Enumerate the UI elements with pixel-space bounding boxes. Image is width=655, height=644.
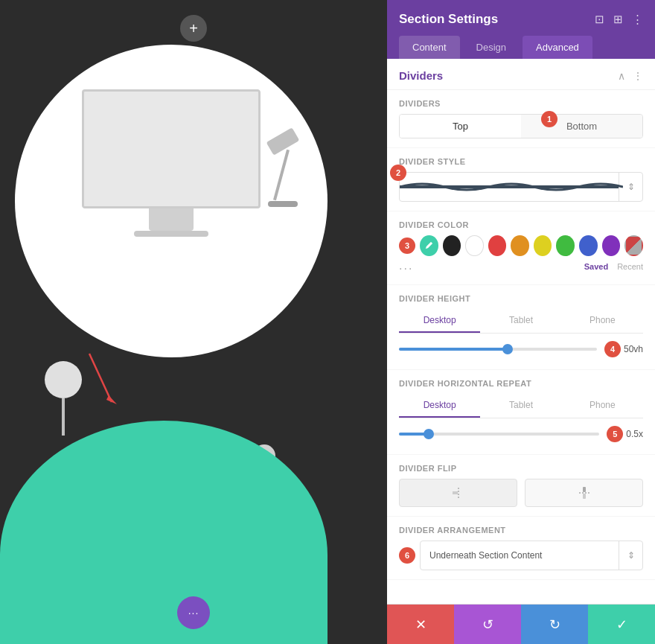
annotation-arrow-svg (82, 346, 127, 413)
svg-rect-5 (583, 487, 586, 492)
divider-style-field: Divider Style 2 ⇕ (387, 148, 655, 211)
divider-style-preview (400, 173, 619, 201)
color-white[interactable] (465, 235, 483, 256)
height-tablet-tab[interactable]: Tablet (480, 309, 561, 333)
divider-style-wrapper: 2 ⇕ (399, 172, 643, 202)
settings-panel: Section Settings ⊡ ⊞ ⋮ Content Design Ad… (387, 0, 655, 644)
section-more-icon[interactable]: ⋮ (633, 70, 643, 82)
color-footer: ··· Saved Recent (399, 262, 643, 275)
color-orange[interactable] (511, 235, 529, 256)
wave-preview-svg (400, 181, 623, 193)
arrangement-select[interactable]: Underneath Section Content ⇕ (420, 541, 643, 570)
repeat-slider-row: 5 0.5x (399, 418, 643, 445)
repeat-desktop-tab[interactable]: Desktop (399, 394, 480, 418)
canvas-area: + ··· (0, 0, 387, 644)
dividers-toggle-row: Top Bottom 1 (399, 114, 643, 138)
flip-vertical-button[interactable] (525, 479, 643, 507)
section-header-icons: ∧ ⋮ (618, 70, 643, 82)
dividers-top-button[interactable]: Top (400, 115, 521, 138)
more-options-icon[interactable]: ⋮ (632, 13, 643, 26)
color-picker-button[interactable] (420, 235, 438, 256)
color-tab-recent[interactable]: Recent (617, 262, 643, 275)
height-desktop-tab[interactable]: Desktop (399, 309, 480, 333)
panel-title-icons: ⊡ ⊞ ⋮ (595, 13, 643, 26)
bottom-menu-button[interactable]: ··· (177, 596, 210, 629)
svg-marker-1 (106, 395, 117, 404)
divider-arrangement-field: Divider Arrangement 6 Underneath Section… (387, 517, 655, 580)
color-tab-saved[interactable]: Saved (584, 262, 608, 275)
redo-button[interactable]: ↻ (521, 605, 588, 644)
height-slider-row: 4 50vh (399, 334, 643, 360)
height-slider-track[interactable] (399, 348, 597, 351)
arrangement-row: 6 Underneath Section Content ⇕ (399, 541, 643, 570)
divider-height-field: Divider Height Desktop Tablet Phone 4 50… (387, 285, 655, 370)
bottom-spacer (387, 580, 655, 595)
badge-1-container: 1 (541, 111, 557, 127)
panel-title-row: Section Settings ⊡ ⊞ ⋮ (399, 12, 643, 27)
monitor-screen (82, 89, 261, 208)
badge-6: 6 (399, 547, 415, 564)
monitor-illustration (60, 89, 283, 253)
dividers-bottom-button[interactable]: Bottom (521, 115, 642, 138)
cancel-button[interactable]: ✕ (387, 605, 454, 644)
repeat-slider-track[interactable] (399, 433, 599, 436)
flip-v-icon (577, 485, 592, 500)
arrangement-value: Underneath Section Content (421, 543, 619, 567)
panel-title: Section Settings (399, 12, 498, 27)
color-green[interactable] (556, 235, 575, 256)
lamp-illustration (253, 134, 313, 223)
height-slider-value: 4 50vh (604, 341, 643, 357)
flower-stem (62, 398, 65, 436)
arrangement-arrow[interactable]: ⇕ (619, 541, 642, 570)
divider-color-field: Divider Color 3 ··· (387, 211, 655, 285)
height-phone-tab[interactable]: Phone (562, 309, 643, 333)
repeat-phone-tab[interactable]: Phone (562, 394, 643, 418)
color-tabs: Saved Recent (584, 262, 643, 275)
tab-content[interactable]: Content (399, 36, 460, 59)
tab-advanced[interactable]: Advanced (523, 36, 592, 59)
flower-head (45, 361, 82, 398)
plus-icon: + (189, 20, 198, 37)
repeat-slider-thumb[interactable] (424, 429, 434, 439)
divider-style-label: Divider Style (399, 157, 643, 166)
dividers-toggle: Top Bottom (399, 114, 643, 138)
flip-buttons-row (399, 479, 643, 507)
color-blue[interactable] (579, 235, 598, 256)
eyedropper-icon (424, 241, 433, 250)
repeat-device-tabs: Desktop Tablet Phone (399, 394, 643, 418)
flip-horizontal-button[interactable] (399, 479, 517, 507)
fullscreen-icon[interactable]: ⊡ (595, 13, 604, 26)
panel-tabs: Content Design Advanced (399, 36, 643, 59)
divider-repeat-field: Divider Horizontal Repeat Desktop Tablet… (387, 370, 655, 455)
reset-button[interactable]: ↺ (454, 605, 521, 644)
divider-repeat-label: Divider Horizontal Repeat (399, 379, 643, 388)
color-black[interactable] (443, 235, 461, 256)
tab-design[interactable]: Design (463, 36, 520, 59)
divider-style-select[interactable]: ⇕ (399, 172, 643, 202)
svg-line-0 (89, 354, 112, 402)
confirm-button[interactable]: ✓ (588, 605, 655, 644)
divider-color-label: Divider Color (399, 220, 643, 229)
add-section-button[interactable]: + (180, 15, 207, 42)
color-purple[interactable] (602, 235, 621, 256)
divider-flip-field: Divider Flip (387, 455, 655, 517)
color-more-dots[interactable]: ··· (399, 262, 413, 275)
height-slider-thumb[interactable] (502, 344, 513, 354)
repeat-tablet-tab[interactable]: Tablet (480, 394, 561, 418)
badge-5: 5 (607, 426, 623, 442)
height-device-tabs: Desktop Tablet Phone (399, 309, 643, 334)
dividers-label: Dividers (399, 99, 643, 108)
layout-icon[interactable]: ⊞ (613, 13, 623, 26)
lamp-base (268, 201, 298, 207)
collapse-icon[interactable]: ∧ (618, 70, 625, 82)
monitor-stand (149, 208, 194, 231)
color-pinkred[interactable] (624, 235, 643, 256)
arrow-annotation (82, 346, 127, 413)
dots-icon: ··· (188, 607, 199, 619)
color-red[interactable] (488, 235, 507, 256)
teal-shape-decoration (0, 421, 328, 644)
divider-height-label: Divider Height (399, 294, 643, 303)
divider-arrangement-label: Divider Arrangement (399, 526, 643, 535)
color-yellow[interactable] (534, 235, 552, 256)
badge-1: 1 (541, 111, 557, 127)
